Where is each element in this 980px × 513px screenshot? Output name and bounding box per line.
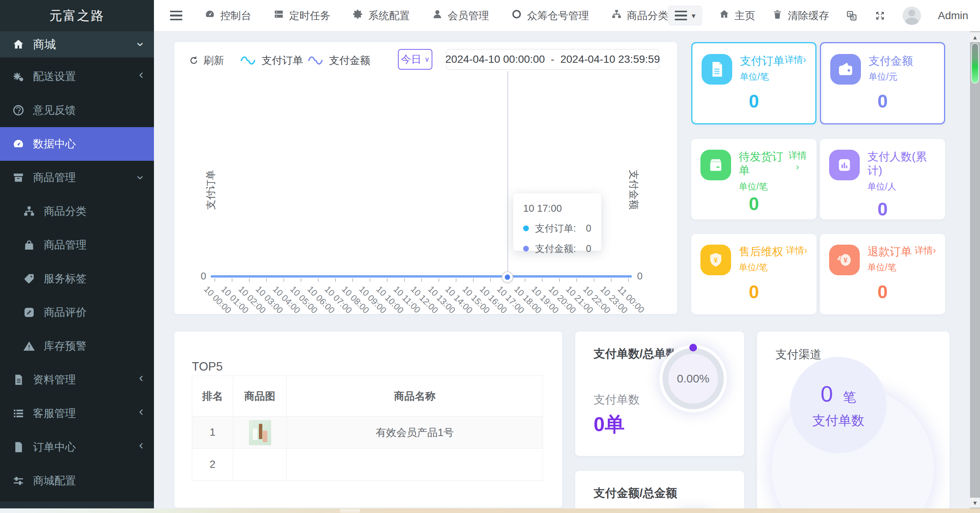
vertical-scrollbar[interactable]: ▲ ▼ bbox=[970, 31, 980, 508]
scrollbar-thumb[interactable] bbox=[971, 43, 979, 83]
sitemap-icon bbox=[22, 205, 36, 218]
nav-item-scheduled-tasks[interactable]: 定时任务 bbox=[273, 9, 330, 23]
x-axis-tick bbox=[490, 278, 491, 282]
tooltip-series-value: 0 bbox=[586, 223, 591, 234]
tooltip-series-name: 支付金额: bbox=[535, 242, 576, 255]
nav-item-label: 会员管理 bbox=[448, 9, 489, 23]
sidebar-item-label: 商品管理 bbox=[33, 170, 76, 185]
sidebar-item-customer-service[interactable]: 客服管理 › bbox=[0, 397, 154, 430]
edit-icon bbox=[22, 306, 36, 319]
nav-dropdown-button[interactable]: ▾ bbox=[668, 6, 702, 26]
scroll-up-icon[interactable]: ▲ bbox=[970, 32, 980, 42]
sidebar-item-label: 商品评价 bbox=[44, 305, 87, 320]
nav-item-product-category[interactable]: 商品分类 bbox=[611, 9, 668, 23]
tooltip-title: 10 17:00 bbox=[523, 203, 591, 214]
date-range-select[interactable]: 今日 ∨ bbox=[398, 49, 432, 70]
channel-inner-circle: 0 笔 支付单数 bbox=[790, 357, 887, 453]
sidebar-item-label: 资料管理 bbox=[33, 372, 76, 387]
archive-icon bbox=[11, 171, 25, 184]
legend-label: 支付订单 bbox=[262, 54, 303, 67]
nav-item-label: 控制台 bbox=[220, 9, 251, 23]
cell-rank: 2 bbox=[192, 449, 233, 481]
nav-item-system-config[interactable]: 系统配置 bbox=[353, 9, 410, 23]
sidebar-item-product-manage[interactable]: 商品管理 bbox=[0, 228, 154, 262]
chevron-left-icon: › bbox=[139, 70, 143, 83]
x-axis-tick bbox=[628, 278, 629, 282]
series-dot-icon bbox=[523, 246, 529, 252]
column-header-image: 商品图 bbox=[233, 376, 287, 417]
sidebar-item-feedback[interactable]: 意见反馈 bbox=[0, 93, 154, 127]
detail-link[interactable]: 详情› bbox=[915, 245, 936, 256]
sidebar-item-material-management[interactable]: 资料管理 › bbox=[0, 363, 154, 397]
sidebar-item-mall-config[interactable]: 商城配置 bbox=[0, 464, 154, 498]
tag-icon bbox=[22, 272, 36, 285]
legend-pay-orders[interactable]: 支付订单 bbox=[240, 54, 303, 67]
scroll-down-icon[interactable]: ▼ bbox=[970, 498, 980, 508]
sidebar-item-stock-alert[interactable]: 库存预警 bbox=[0, 329, 154, 363]
horizontal-scrollbar[interactable] bbox=[0, 508, 980, 513]
user-icon bbox=[432, 9, 443, 22]
x-axis-tick bbox=[232, 278, 232, 282]
menu-toggle-icon[interactable] bbox=[170, 11, 182, 21]
fullscreen-icon[interactable] bbox=[874, 10, 886, 21]
stat-title: 支付订单 bbox=[740, 54, 784, 68]
table-row[interactable]: 1 有效会员产品1号 bbox=[192, 417, 543, 449]
trash-icon bbox=[772, 9, 783, 22]
stat-card-pay-amount: 支付金额 单位/元 0 bbox=[820, 42, 945, 124]
nav-item-crowdfunding-management[interactable]: 众筹仓号管理 bbox=[511, 9, 589, 23]
x-axis-tick bbox=[266, 278, 267, 282]
nav-item-member-management[interactable]: 会员管理 bbox=[432, 9, 489, 23]
panel-title: 支付金额/总金额 bbox=[594, 485, 677, 501]
stat-title: 支付金额 bbox=[869, 54, 913, 68]
pay-count-ratio-panel: 支付单数/总单数 0.00% 支付单数 0单 bbox=[575, 332, 744, 456]
stat-value: 0 bbox=[820, 199, 945, 220]
sidebar-item-data-center[interactable]: 数据中心 bbox=[0, 127, 154, 161]
y-axis-zero-right: 0 bbox=[637, 270, 643, 282]
refresh-button[interactable]: 刷新 bbox=[189, 54, 224, 67]
legend-label: 支付金额 bbox=[329, 54, 370, 67]
refresh-icon bbox=[189, 56, 199, 65]
username: Admin bbox=[938, 10, 968, 22]
scrollbar-thumb[interactable] bbox=[340, 509, 360, 513]
sidebar-item-delivery-settings[interactable]: 配送设置 › bbox=[0, 60, 154, 93]
legend-pay-amount[interactable]: 支付金额 bbox=[308, 54, 370, 67]
avatar[interactable] bbox=[903, 7, 921, 25]
main-content: 刷新 支付订单 支付金额 今日 ∨ 2024-04-10 00:00:00 - … bbox=[154, 31, 970, 508]
navbar-right: ▾ 主页 清除缓存 文A Admin bbox=[668, 6, 980, 26]
sidebar-item-label: 订单中心 bbox=[33, 440, 76, 454]
stat-value: 0 bbox=[692, 91, 815, 112]
channel-unit: 笔 bbox=[843, 389, 856, 406]
sidebar-item-service-tags[interactable]: 服务标签 bbox=[0, 262, 154, 296]
shield-yuan-icon: ¥ bbox=[700, 245, 731, 275]
y-axis-zero-left: 0 bbox=[201, 270, 206, 282]
stat-unit: 单位/笔 bbox=[739, 261, 807, 273]
sidebar-item-shop[interactable]: 商城 › bbox=[0, 31, 154, 57]
detail-link[interactable]: 详情› bbox=[785, 54, 806, 65]
gear-icon bbox=[353, 9, 363, 22]
table-row[interactable]: 2 bbox=[192, 449, 543, 481]
detail-link[interactable]: 详情 › bbox=[788, 150, 807, 173]
sidebar-item-label: 库存预警 bbox=[44, 339, 87, 353]
y-axis-label-right: 支付金额 bbox=[627, 170, 640, 210]
highlight-dot[interactable] bbox=[502, 271, 513, 283]
svg-text:文: 文 bbox=[848, 12, 852, 16]
sidebar-item-order-center[interactable]: 订单中心 › bbox=[0, 430, 154, 464]
x-axis-tick bbox=[473, 278, 474, 282]
chevron-down-icon: › bbox=[134, 175, 147, 180]
date-range-input[interactable]: 2024-04-10 00:00:00 - 2024-04-10 23:59:5… bbox=[446, 49, 659, 70]
gauge-icon bbox=[11, 137, 25, 150]
x-axis-tick bbox=[249, 278, 250, 282]
sidebar-item-product-category[interactable]: 商品分类 bbox=[0, 194, 154, 228]
nav-item-home[interactable]: 主页 bbox=[719, 9, 755, 23]
tooltip-row: 支付金额: 0 bbox=[523, 242, 591, 255]
stat-unit: 单位/笔 bbox=[740, 71, 806, 83]
translate-icon[interactable]: 文A bbox=[846, 10, 857, 21]
sidebar-item-product-reviews[interactable]: 商品评价 bbox=[0, 296, 154, 329]
caret-down-icon: ▾ bbox=[692, 11, 695, 20]
detail-link[interactable]: 详情› bbox=[786, 245, 807, 256]
nav-item-clear-cache[interactable]: 清除缓存 bbox=[772, 9, 829, 23]
receipt-icon bbox=[702, 54, 732, 85]
sidebar-item-label: 意见反馈 bbox=[33, 103, 76, 118]
sidebar-item-product-management[interactable]: 商品管理 › bbox=[0, 161, 154, 194]
nav-item-console[interactable]: 控制台 bbox=[205, 9, 251, 23]
